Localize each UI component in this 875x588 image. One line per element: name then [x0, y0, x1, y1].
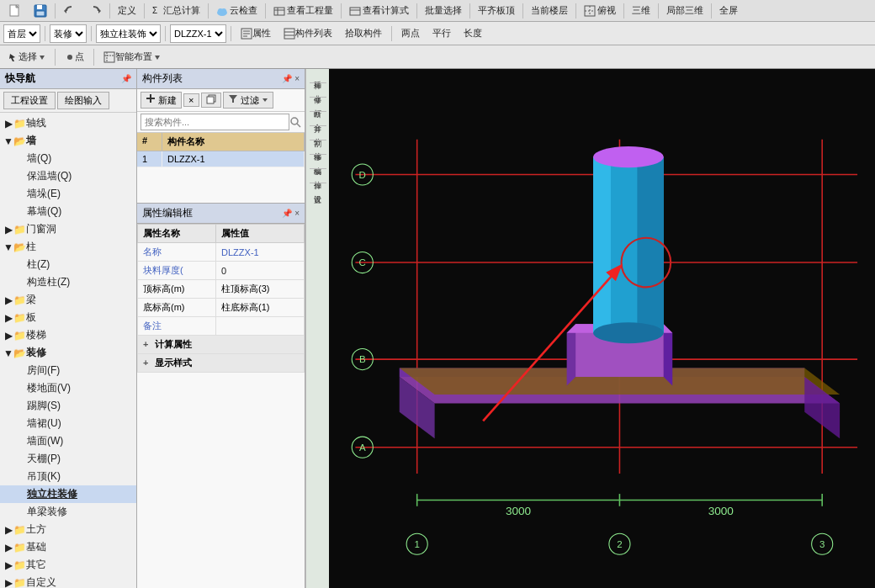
tree-item-openings[interactable]: ▶ 📁 门窗洞	[0, 220, 136, 238]
calc-total-btn[interactable]: Σ 汇总计算	[147, 3, 205, 19]
props-pin-icon[interactable]: 📌 ×	[282, 209, 300, 218]
view-formula-btn[interactable]: 查看计算式	[344, 3, 414, 19]
extend-btn[interactable]: 延伸	[308, 72, 328, 80]
tree-item-earthwork[interactable]: ▶ 📁 土方	[0, 521, 136, 538]
align-top-btn[interactable]: 平齐板顶	[473, 3, 520, 19]
select-tool-btn[interactable]: 选择	[3, 49, 50, 65]
tree-item-beam[interactable]: ▶ 📁 梁	[0, 291, 136, 309]
props-btn[interactable]: 属性	[236, 25, 276, 41]
beam-collapse-icon[interactable]: ▶	[3, 294, 13, 306]
tree-item-ceiling[interactable]: 天棚(P)	[0, 450, 136, 468]
filter-comp-btn[interactable]: 过滤	[223, 92, 273, 109]
cloud-check-btn[interactable]: 云检查	[211, 3, 262, 19]
top-view-btn[interactable]: 俯视	[579, 3, 621, 19]
redo-btn[interactable]	[83, 3, 107, 19]
undo-btn[interactable]	[58, 3, 82, 19]
tree-item-foundation[interactable]: ▶ 📁 基础	[0, 538, 136, 556]
prop-name-value[interactable]: DLZZX-1	[216, 243, 305, 262]
tree-item-room[interactable]: 房间(F)	[0, 362, 136, 379]
slab-collapse-icon[interactable]: ▶	[3, 312, 13, 324]
decoration-collapse-icon[interactable]: ▼	[3, 347, 13, 359]
floor-select[interactable]: 首层	[3, 24, 40, 43]
split-btn[interactable]: 分割	[308, 129, 328, 137]
comp-search-input[interactable]	[141, 114, 289, 130]
tree-item-floor-surface[interactable]: 楼地面(V)	[0, 379, 136, 397]
openings-collapse-icon[interactable]: ▶	[3, 224, 13, 236]
tree-item-suspended-ceiling[interactable]: 吊顶(K)	[0, 468, 136, 485]
tree-item-wall-surface[interactable]: 墙面(W)	[0, 432, 136, 450]
comp-list-pin-icon[interactable]: 📌 ×	[282, 74, 300, 83]
view-qty-btn[interactable]: 查看工程量	[268, 3, 338, 19]
tree-item-wall-pier[interactable]: 墙垛(E)	[0, 185, 136, 203]
stair-collapse-icon[interactable]: ▶	[3, 330, 13, 342]
edit-btn[interactable]: 编稿	[308, 157, 328, 166]
draw-input-btn[interactable]: 绘图输入	[57, 92, 109, 109]
point-tool-btn[interactable]: 点	[60, 49, 89, 65]
current-floor-btn[interactable]: 当前楼层	[526, 3, 573, 19]
save-btn[interactable]	[29, 3, 52, 19]
tree-item-decoration[interactable]: ▼ 📂 装修	[0, 344, 136, 362]
svg-text:A: A	[359, 442, 366, 453]
props-row-bot-elev: 底标高(m) 柱底标高(1)	[138, 299, 305, 317]
tree-item-wall[interactable]: ▼ 📂 墙	[0, 132, 136, 150]
tree-item-struct-column[interactable]: 构造柱(Z)	[0, 273, 136, 291]
smart-layout-btn[interactable]: 智能布置	[98, 49, 166, 65]
stretch-btn[interactable]: 拉伸	[308, 172, 328, 180]
tree-item-other[interactable]: ▶ 📁 其它	[0, 556, 136, 574]
prop-top-elev-value[interactable]: 柱顶标高(3)	[216, 280, 305, 299]
svg-rect-59	[637, 157, 663, 333]
decoration-select[interactable]: 装修	[50, 24, 87, 43]
delete-comp-btn[interactable]: ×	[183, 93, 199, 107]
tree-item-column-decoration[interactable]: 独立柱装修	[0, 485, 136, 503]
non-modify-btn[interactable]: 非修	[308, 86, 328, 94]
earthwork-collapse-icon[interactable]: ▶	[3, 524, 13, 536]
new-comp-btn[interactable]: 新建	[141, 92, 182, 109]
local-3d-btn[interactable]: 局部三维	[661, 3, 708, 19]
foundation-collapse-icon[interactable]: ▶	[3, 542, 13, 554]
other-collapse-icon[interactable]: ▶	[3, 559, 13, 571]
new-file-btn[interactable]	[3, 3, 27, 19]
tree-item-insulation-wall[interactable]: 保温墙(Q)	[0, 167, 136, 185]
tree-item-wall-q[interactable]: 墙(Q)	[0, 150, 136, 167]
tree-item-slab[interactable]: ▶ 📁 板	[0, 309, 136, 326]
copy-comp-btn[interactable]	[201, 93, 221, 108]
pick-comp-btn[interactable]: 拾取构件	[340, 25, 387, 41]
tree-item-stair[interactable]: ▶ 📁 楼梯	[0, 326, 136, 344]
tree-item-baseboard[interactable]: 踢脚(S)	[0, 397, 136, 415]
axis-collapse-icon[interactable]: ▶	[3, 118, 13, 130]
two-point-btn[interactable]: 两点	[396, 25, 425, 41]
tree-item-column-z[interactable]: 柱(Z)	[0, 256, 136, 273]
tree-item-custom[interactable]: ▶ 📁 自定义	[0, 574, 136, 588]
merge-btn[interactable]: 合并	[308, 114, 328, 123]
tree-item-dado[interactable]: 墙裙(U)	[0, 415, 136, 432]
prop-thickness-value[interactable]: 0	[216, 262, 305, 280]
custom-collapse-icon[interactable]: ▶	[3, 577, 13, 589]
tree-item-axis[interactable]: ▶ 📁 轴线	[0, 114, 136, 132]
batch-select-btn[interactable]: 批量选择	[420, 3, 467, 19]
tree-item-beam-decoration[interactable]: 单梁装修	[0, 503, 136, 521]
3d-view[interactable]: 3000 3000 D C B A 1 2 3	[329, 69, 875, 588]
parallel-btn[interactable]: 平行	[427, 25, 456, 41]
wall-collapse-icon[interactable]: ▼	[3, 135, 13, 147]
comp-row-1[interactable]: 1 DLZZX-1	[137, 151, 305, 167]
break-btn[interactable]: 打断	[308, 100, 328, 109]
define-btn[interactable]: 定义	[113, 3, 141, 19]
props-group-calc[interactable]: + 计算属性	[138, 336, 305, 354]
settings-btn[interactable]: 设置	[308, 186, 328, 194]
prop-bot-elev-value[interactable]: 柱底标高(1)	[216, 299, 305, 317]
comp-list-btn[interactable]: 构件列表	[278, 25, 337, 41]
engineering-settings-btn[interactable]: 工程设置	[3, 92, 56, 109]
prop-notes-value[interactable]	[216, 317, 305, 336]
svg-rect-28	[104, 52, 114, 62]
tree-item-column[interactable]: ▼ 📂 柱	[0, 238, 136, 256]
component-code-select[interactable]: DLZZX-1	[170, 24, 226, 43]
offset-btn[interactable]: 偏移	[308, 143, 328, 151]
tree-item-curtain-wall[interactable]: 幕墙(Q)	[0, 203, 136, 220]
fullscreen-btn[interactable]: 全屏	[714, 3, 743, 19]
component-type-select[interactable]: 独立柱装饰	[96, 24, 161, 43]
props-group-display[interactable]: + 显示样式	[138, 354, 305, 373]
3d-view-btn[interactable]: 三维	[627, 3, 655, 19]
pin-icon[interactable]: 📌	[121, 74, 131, 83]
length-btn[interactable]: 长度	[459, 25, 487, 41]
column-collapse-icon[interactable]: ▼	[3, 241, 13, 253]
